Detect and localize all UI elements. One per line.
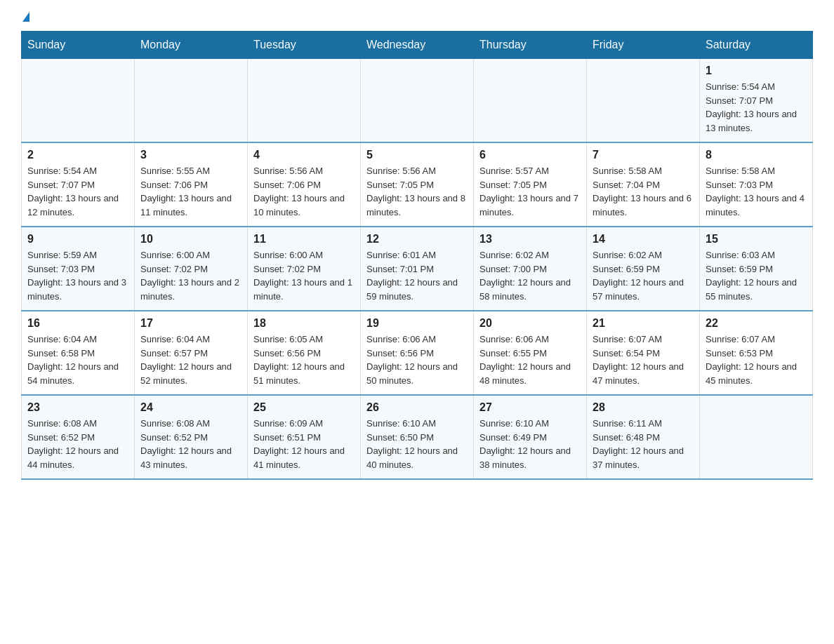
day-info: Sunrise: 6:04 AM Sunset: 6:57 PM Dayligh…: [140, 333, 241, 387]
day-info: Sunrise: 5:54 AM Sunset: 7:07 PM Dayligh…: [27, 164, 128, 219]
day-info: Sunrise: 6:04 AM Sunset: 6:58 PM Dayligh…: [27, 333, 128, 387]
header-thursday: Thursday: [474, 32, 587, 59]
day-info: Sunrise: 6:02 AM Sunset: 6:59 PM Dayligh…: [593, 248, 694, 303]
calendar-cell: 22Sunrise: 6:07 AM Sunset: 6:53 PM Dayli…: [700, 311, 813, 395]
day-number: 22: [706, 317, 807, 330]
day-info: Sunrise: 6:02 AM Sunset: 7:00 PM Dayligh…: [479, 248, 581, 303]
calendar-cell: [587, 59, 700, 143]
calendar-cell: 12Sunrise: 6:01 AM Sunset: 7:01 PM Dayli…: [361, 227, 474, 311]
day-info: Sunrise: 6:07 AM Sunset: 6:54 PM Dayligh…: [593, 333, 694, 387]
calendar-cell: [700, 395, 813, 479]
calendar-cell: 11Sunrise: 6:00 AM Sunset: 7:02 PM Dayli…: [248, 227, 361, 311]
calendar-cell: 6Sunrise: 5:57 AM Sunset: 7:05 PM Daylig…: [474, 142, 587, 227]
day-info: Sunrise: 6:10 AM Sunset: 6:50 PM Dayligh…: [366, 417, 468, 471]
calendar-cell: 10Sunrise: 6:00 AM Sunset: 7:02 PM Dayli…: [135, 227, 248, 311]
day-info: Sunrise: 5:58 AM Sunset: 7:04 PM Dayligh…: [593, 164, 694, 219]
header-saturday: Saturday: [700, 32, 813, 59]
day-number: 18: [253, 317, 355, 330]
day-info: Sunrise: 6:07 AM Sunset: 6:53 PM Dayligh…: [706, 333, 807, 387]
day-info: Sunrise: 6:00 AM Sunset: 7:02 PM Dayligh…: [140, 248, 241, 303]
day-number: 8: [706, 149, 807, 161]
calendar-cell: 27Sunrise: 6:10 AM Sunset: 6:49 PM Dayli…: [474, 395, 587, 479]
calendar-cell: [248, 59, 361, 143]
day-info: Sunrise: 5:56 AM Sunset: 7:05 PM Dayligh…: [366, 164, 468, 219]
day-number: 6: [479, 149, 581, 161]
day-number: 19: [366, 317, 468, 330]
calendar-cell: 26Sunrise: 6:10 AM Sunset: 6:50 PM Dayli…: [361, 395, 474, 479]
calendar-cell: 24Sunrise: 6:08 AM Sunset: 6:52 PM Dayli…: [135, 395, 248, 479]
day-number: 5: [366, 149, 468, 161]
calendar-week-row: 23Sunrise: 6:08 AM Sunset: 6:52 PM Dayli…: [22, 395, 813, 479]
day-number: 15: [706, 233, 807, 246]
calendar-week-row: 16Sunrise: 6:04 AM Sunset: 6:58 PM Dayli…: [22, 311, 813, 395]
logo-triangle-icon: [22, 12, 29, 22]
day-info: Sunrise: 5:56 AM Sunset: 7:06 PM Dayligh…: [253, 164, 355, 219]
calendar-cell: [22, 59, 135, 143]
header-monday: Monday: [135, 32, 248, 59]
day-info: Sunrise: 5:59 AM Sunset: 7:03 PM Dayligh…: [27, 248, 128, 303]
calendar-table: SundayMondayTuesdayWednesdayThursdayFrid…: [21, 31, 813, 480]
calendar-cell: 5Sunrise: 5:56 AM Sunset: 7:05 PM Daylig…: [361, 142, 474, 227]
calendar-cell: 2Sunrise: 5:54 AM Sunset: 7:07 PM Daylig…: [22, 142, 135, 227]
day-number: 14: [593, 233, 694, 246]
calendar-cell: [135, 59, 248, 143]
day-number: 12: [366, 233, 468, 246]
day-number: 28: [593, 401, 694, 414]
day-number: 21: [593, 317, 694, 330]
calendar-cell: 19Sunrise: 6:06 AM Sunset: 6:56 PM Dayli…: [361, 311, 474, 395]
day-number: 13: [479, 233, 581, 246]
calendar-cell: 28Sunrise: 6:11 AM Sunset: 6:48 PM Dayli…: [587, 395, 700, 479]
day-info: Sunrise: 6:09 AM Sunset: 6:51 PM Dayligh…: [253, 417, 355, 471]
day-info: Sunrise: 6:00 AM Sunset: 7:02 PM Dayligh…: [253, 248, 355, 303]
day-number: 16: [27, 317, 128, 330]
calendar-week-row: 1Sunrise: 5:54 AM Sunset: 7:07 PM Daylig…: [22, 59, 813, 143]
calendar-week-row: 9Sunrise: 5:59 AM Sunset: 7:03 PM Daylig…: [22, 227, 813, 311]
calendar-cell: [361, 59, 474, 143]
calendar-cell: 15Sunrise: 6:03 AM Sunset: 6:59 PM Dayli…: [700, 227, 813, 311]
day-number: 2: [27, 149, 128, 161]
day-info: Sunrise: 6:03 AM Sunset: 6:59 PM Dayligh…: [706, 248, 807, 303]
day-number: 4: [253, 149, 355, 161]
day-info: Sunrise: 6:05 AM Sunset: 6:56 PM Dayligh…: [253, 333, 355, 387]
day-info: Sunrise: 6:08 AM Sunset: 6:52 PM Dayligh…: [140, 417, 241, 471]
day-number: 25: [253, 401, 355, 414]
day-number: 24: [140, 401, 241, 414]
calendar-cell: 16Sunrise: 6:04 AM Sunset: 6:58 PM Dayli…: [22, 311, 135, 395]
day-number: 11: [253, 233, 355, 246]
logo: [21, 14, 29, 24]
calendar-cell: 1Sunrise: 5:54 AM Sunset: 7:07 PM Daylig…: [700, 59, 813, 143]
calendar-cell: 17Sunrise: 6:04 AM Sunset: 6:57 PM Dayli…: [135, 311, 248, 395]
header-wednesday: Wednesday: [361, 32, 474, 59]
calendar-header-row: SundayMondayTuesdayWednesdayThursdayFrid…: [22, 32, 813, 59]
day-number: 3: [140, 149, 241, 161]
day-number: 20: [479, 317, 581, 330]
calendar-cell: [474, 59, 587, 143]
day-info: Sunrise: 6:08 AM Sunset: 6:52 PM Dayligh…: [27, 417, 128, 471]
day-number: 10: [140, 233, 241, 246]
calendar-cell: 7Sunrise: 5:58 AM Sunset: 7:04 PM Daylig…: [587, 142, 700, 227]
day-number: 17: [140, 317, 241, 330]
day-number: 7: [593, 149, 694, 161]
day-info: Sunrise: 6:06 AM Sunset: 6:55 PM Dayligh…: [479, 333, 581, 387]
calendar-cell: 8Sunrise: 5:58 AM Sunset: 7:03 PM Daylig…: [700, 142, 813, 227]
calendar-cell: 21Sunrise: 6:07 AM Sunset: 6:54 PM Dayli…: [587, 311, 700, 395]
calendar-cell: 14Sunrise: 6:02 AM Sunset: 6:59 PM Dayli…: [587, 227, 700, 311]
calendar-cell: 25Sunrise: 6:09 AM Sunset: 6:51 PM Dayli…: [248, 395, 361, 479]
calendar-cell: 13Sunrise: 6:02 AM Sunset: 7:00 PM Dayli…: [474, 227, 587, 311]
calendar-week-row: 2Sunrise: 5:54 AM Sunset: 7:07 PM Daylig…: [22, 142, 813, 227]
header-sunday: Sunday: [22, 32, 135, 59]
day-number: 26: [366, 401, 468, 414]
calendar-cell: 18Sunrise: 6:05 AM Sunset: 6:56 PM Dayli…: [248, 311, 361, 395]
day-info: Sunrise: 6:11 AM Sunset: 6:48 PM Dayligh…: [593, 417, 694, 471]
page-header: [21, 14, 813, 24]
calendar-cell: 3Sunrise: 5:55 AM Sunset: 7:06 PM Daylig…: [135, 142, 248, 227]
day-info: Sunrise: 5:57 AM Sunset: 7:05 PM Dayligh…: [479, 164, 581, 219]
day-number: 9: [27, 233, 128, 246]
day-number: 23: [27, 401, 128, 414]
day-info: Sunrise: 5:58 AM Sunset: 7:03 PM Dayligh…: [706, 164, 807, 219]
calendar-cell: 20Sunrise: 6:06 AM Sunset: 6:55 PM Dayli…: [474, 311, 587, 395]
day-info: Sunrise: 6:10 AM Sunset: 6:49 PM Dayligh…: [479, 417, 581, 471]
day-number: 1: [706, 65, 807, 77]
header-tuesday: Tuesday: [248, 32, 361, 59]
day-info: Sunrise: 6:06 AM Sunset: 6:56 PM Dayligh…: [366, 333, 468, 387]
